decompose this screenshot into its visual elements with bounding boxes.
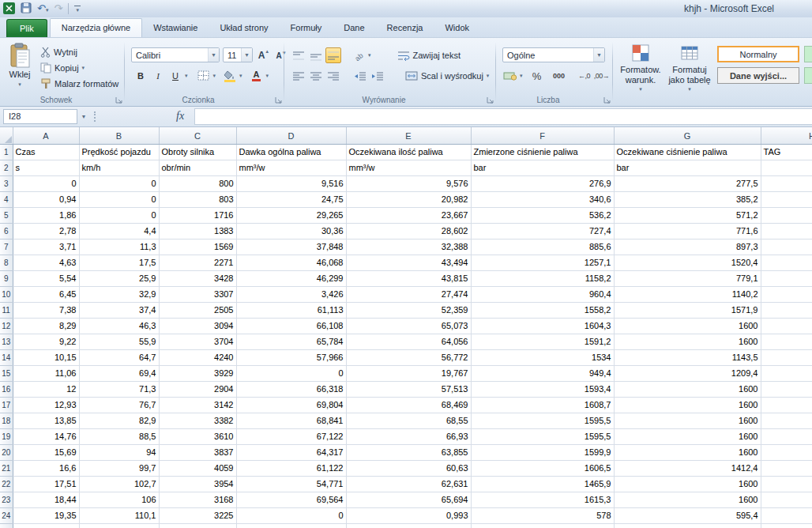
cell-B11[interactable]: 37,4 bbox=[79, 303, 159, 319]
cell-B21[interactable]: 99,7 bbox=[79, 461, 159, 477]
cell-G3[interactable]: 277,5 bbox=[614, 176, 761, 192]
cell-B1[interactable]: Prędkość pojazdu bbox=[79, 145, 159, 160]
cell-G24[interactable]: 595,4 bbox=[614, 508, 761, 524]
cell-A17[interactable]: 12,93 bbox=[13, 398, 79, 413]
cell-F11[interactable]: 1558,2 bbox=[471, 303, 614, 319]
cell-D13[interactable]: 65,784 bbox=[236, 334, 346, 350]
cell-D8[interactable]: 46,068 bbox=[236, 255, 346, 271]
cell-F10[interactable]: 960,4 bbox=[471, 287, 614, 303]
cell-H19[interactable] bbox=[761, 429, 812, 445]
column-header-F[interactable]: F bbox=[471, 127, 614, 145]
cell-D10[interactable]: 3,426 bbox=[236, 287, 346, 303]
cell-F22[interactable]: 1465,9 bbox=[471, 477, 614, 492]
row-header-10[interactable]: 10 bbox=[0, 287, 13, 303]
cell-F2[interactable]: bar bbox=[471, 160, 614, 176]
cell-C7[interactable]: 1569 bbox=[159, 239, 236, 255]
cell-G16[interactable]: 1600 bbox=[614, 382, 761, 398]
cell-D5[interactable]: 29,265 bbox=[236, 208, 346, 224]
column-header-D[interactable]: D bbox=[236, 127, 346, 145]
cell-A13[interactable]: 9,22 bbox=[13, 334, 79, 350]
cell-G23[interactable]: 1600 bbox=[614, 492, 761, 508]
cell-C1[interactable]: Obroty silnika bbox=[159, 145, 236, 160]
cell-F9[interactable]: 1158,2 bbox=[471, 271, 614, 287]
cell-G20[interactable]: 1600 bbox=[614, 445, 761, 461]
chevron-down-icon[interactable]: ▾ bbox=[185, 73, 188, 79]
cell-E3[interactable]: 9,576 bbox=[346, 176, 471, 192]
cell-A19[interactable]: 14,76 bbox=[13, 429, 79, 445]
row-header-5[interactable]: 5 bbox=[0, 208, 13, 224]
cell-A24[interactable]: 19,35 bbox=[13, 508, 79, 524]
cell-E4[interactable]: 20,982 bbox=[346, 192, 471, 208]
cell-G5[interactable]: 571,2 bbox=[614, 208, 761, 224]
cell-E21[interactable]: 60,63 bbox=[346, 461, 471, 477]
cell-G1[interactable]: Oczekiwane ciśnienie paliwa bbox=[614, 145, 761, 160]
cell-B6[interactable]: 4,4 bbox=[79, 224, 159, 239]
grow-font-button[interactable]: A▲ bbox=[256, 47, 272, 63]
cell-C22[interactable]: 3954 bbox=[159, 477, 236, 492]
cell-C4[interactable]: 803 bbox=[159, 192, 236, 208]
font-color-button[interactable]: A bbox=[249, 68, 265, 84]
increase-indent-button[interactable] bbox=[370, 68, 385, 84]
cell-A21[interactable]: 16,6 bbox=[13, 461, 79, 477]
cell-G6[interactable]: 771,6 bbox=[614, 224, 761, 239]
chevron-down-icon[interactable]: ▾ bbox=[520, 73, 523, 79]
cell-C19[interactable]: 3610 bbox=[159, 429, 236, 445]
tab-page-layout[interactable]: Układ strony bbox=[209, 19, 279, 37]
cell-D14[interactable]: 57,966 bbox=[236, 350, 346, 366]
cell-B24[interactable]: 110,1 bbox=[79, 508, 159, 524]
cell-C25[interactable] bbox=[159, 524, 236, 528]
cell-B25[interactable] bbox=[79, 524, 159, 528]
row-header-9[interactable]: 9 bbox=[0, 271, 13, 287]
cell-F16[interactable]: 1593,4 bbox=[471, 382, 614, 398]
align-left-button[interactable] bbox=[291, 68, 306, 84]
cell-C24[interactable]: 3225 bbox=[159, 508, 236, 524]
dialog-launcher-icon[interactable] bbox=[603, 96, 611, 104]
cell-D20[interactable]: 64,317 bbox=[236, 445, 346, 461]
cell-B9[interactable]: 25,9 bbox=[79, 271, 159, 287]
cell-D11[interactable]: 61,113 bbox=[236, 303, 346, 319]
cell-D9[interactable]: 46,299 bbox=[236, 271, 346, 287]
cell-B13[interactable]: 55,9 bbox=[79, 334, 159, 350]
chevron-down-icon[interactable]: ▾ bbox=[46, 7, 49, 13]
chevron-down-icon[interactable]: ▾ bbox=[18, 81, 21, 88]
tab-view[interactable]: Widok bbox=[434, 19, 480, 37]
cell-D6[interactable]: 30,36 bbox=[236, 224, 346, 239]
cell-A1[interactable]: Czas bbox=[13, 145, 79, 160]
cell-B7[interactable]: 11,3 bbox=[79, 239, 159, 255]
cell-D25[interactable] bbox=[236, 524, 346, 528]
cell-H2[interactable] bbox=[761, 160, 812, 176]
cell-H23[interactable] bbox=[761, 492, 812, 508]
cell-G19[interactable]: 1600 bbox=[614, 429, 761, 445]
cell-F25[interactable] bbox=[471, 524, 614, 528]
cell-E20[interactable]: 63,855 bbox=[346, 445, 471, 461]
cell-H4[interactable] bbox=[761, 192, 812, 208]
cell-A25[interactable] bbox=[13, 524, 79, 528]
cell-H17[interactable] bbox=[761, 398, 812, 413]
cell-H15[interactable] bbox=[761, 366, 812, 382]
cell-H25[interactable] bbox=[761, 524, 812, 528]
cell-C14[interactable]: 4240 bbox=[159, 350, 236, 366]
cell-C21[interactable]: 4059 bbox=[159, 461, 236, 477]
orientation-button[interactable]: ab bbox=[351, 47, 367, 63]
borders-button[interactable] bbox=[196, 68, 212, 84]
cell-G18[interactable]: 1600 bbox=[614, 413, 761, 429]
column-header-B[interactable]: B bbox=[79, 127, 159, 145]
cell-style-normal[interactable]: Normalny bbox=[717, 46, 799, 62]
save-button[interactable] bbox=[21, 2, 32, 15]
cell-E10[interactable]: 27,474 bbox=[346, 287, 471, 303]
cell-H5[interactable] bbox=[761, 208, 812, 224]
column-header-H[interactable]: H bbox=[761, 127, 812, 145]
cell-A23[interactable]: 18,44 bbox=[13, 492, 79, 508]
row-header-18[interactable]: 18 bbox=[0, 413, 13, 429]
cell-F12[interactable]: 1604,3 bbox=[471, 319, 614, 334]
cell-B17[interactable]: 76,7 bbox=[79, 398, 159, 413]
cell-style-partial[interactable] bbox=[804, 67, 812, 84]
cell-E15[interactable]: 19,767 bbox=[346, 366, 471, 382]
cell-E1[interactable]: Oczekiwana ilość paliwa bbox=[346, 145, 471, 160]
tab-file[interactable]: Plik bbox=[6, 19, 47, 37]
select-all-corner[interactable] bbox=[0, 127, 13, 145]
dialog-launcher-icon[interactable] bbox=[275, 96, 282, 104]
cell-D23[interactable]: 69,564 bbox=[236, 492, 346, 508]
cell-H18[interactable] bbox=[761, 413, 812, 429]
cell-G21[interactable]: 1412,4 bbox=[614, 461, 761, 477]
